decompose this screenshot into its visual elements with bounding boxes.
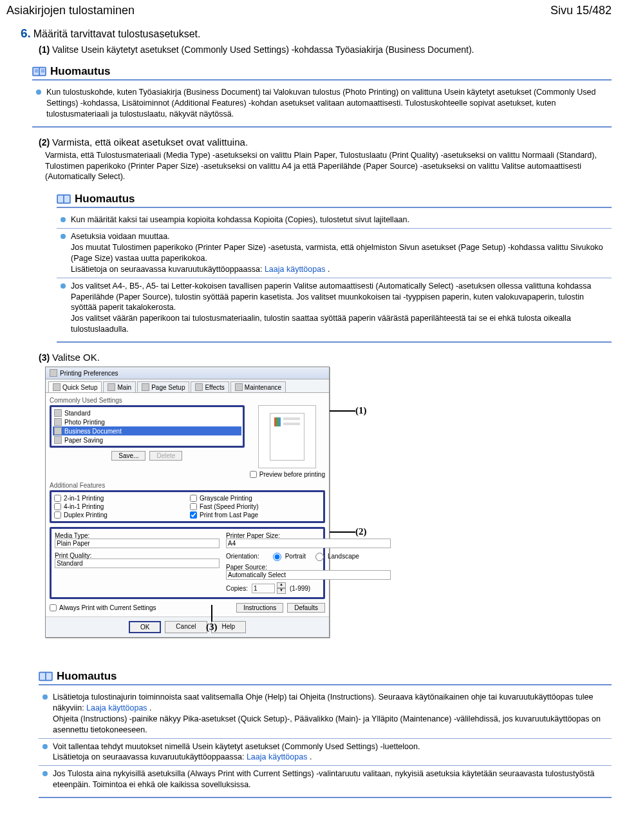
sub2-para: Varmista, että Tulostusmateriaali (Media… (45, 150, 612, 183)
note-box-2: Huomautus Kun määrität kaksi tai useampi… (57, 193, 612, 343)
star-icon (53, 383, 61, 391)
quality-select[interactable]: Standard (55, 558, 220, 568)
note3-item: Voit tallentaa tehdyt muutokset nimellä … (39, 738, 612, 766)
photo-icon (54, 418, 62, 426)
feature-checkbox[interactable]: Print from Last Page (190, 511, 321, 519)
note2-item: Asetuksia voidaan muuttaa.Jos muutat Tul… (57, 228, 612, 278)
tab-quick-setup[interactable]: Quick Setup (48, 381, 102, 392)
svg-rect-2 (40, 68, 45, 75)
note-box-1: Huomautus Kun tulostuskohde, kuten Työas… (32, 65, 612, 128)
maintenance-icon (235, 383, 243, 391)
step6-sub2: (2) Varmista, että oikeat asetukset ovat… (39, 137, 612, 148)
link-manual[interactable]: Laaja käyttöopas (86, 703, 147, 712)
step6-num: 6. (21, 26, 31, 41)
svg-rect-14 (46, 673, 52, 680)
feature-checkbox[interactable]: Fast (Speed Priority) (190, 503, 321, 510)
note3-item: Jos Tulosta aina nykyisillä asetuksilla … (39, 765, 612, 793)
feature-checkbox[interactable]: 2-in-1 Printing (54, 495, 185, 502)
saving-icon (54, 436, 62, 444)
feature-checkbox[interactable]: Grayscale Printing (190, 495, 321, 502)
book-icon (57, 193, 71, 205)
ok-button[interactable]: OK (129, 621, 161, 633)
dialog-title: Printing Preferences (60, 370, 118, 377)
page-icon (142, 383, 149, 391)
always-label: Always Print with Current Settings (59, 604, 156, 611)
step6-title: Määritä tarvittavat tulostusasetukset. (33, 28, 201, 39)
doc-title: Asiakirjojen tulostaminen (6, 4, 135, 17)
quality-label: Print Quality: (55, 552, 126, 559)
delete-button[interactable]: Delete (149, 451, 182, 461)
svg-rect-1 (33, 68, 39, 75)
main-icon (108, 383, 115, 391)
media-type-select[interactable]: Plain Paper (55, 539, 220, 548)
paper-size-select[interactable]: A4 (226, 539, 391, 548)
sub2-num: (2) (39, 137, 50, 148)
defaults-button[interactable]: Defaults (287, 603, 325, 613)
save-button[interactable]: Save... (111, 451, 145, 461)
source-select[interactable]: Automatically Select (226, 570, 391, 580)
features-label: Additional Features (50, 482, 325, 489)
features-box: 2-in-1 PrintingGrayscale Printing4-in-1 … (50, 490, 325, 523)
feature-checkbox[interactable]: 4-in-1 Printing (54, 503, 185, 510)
standard-icon (54, 409, 62, 417)
always-checkbox[interactable] (50, 604, 57, 611)
printing-preferences-dialog: Printing Preferences Quick Setup Main Pa… (45, 367, 330, 638)
media-box: Media Type: Plain Paper Print Quality: S… (50, 527, 325, 599)
note1-title: Huomautus (50, 65, 111, 78)
page-number: Sivu 15/482 (550, 4, 612, 17)
step6-sub1: (1) Valitse Usein käytetyt asetukset (Co… (39, 44, 612, 55)
copies-range: (1-999) (290, 585, 310, 592)
commonly-used-list[interactable]: Standard Photo Printing Business Documen… (50, 405, 245, 448)
callout-2: (2) (330, 526, 367, 537)
note2-title: Huomautus (75, 193, 135, 205)
note3-title: Huomautus (57, 670, 117, 683)
note1-item: Kun tulostuskohde, kuten Työasiakirja (B… (32, 84, 612, 122)
list-item-selected: Business Document (53, 426, 241, 435)
preview-label: Preview before printing (259, 471, 325, 478)
step-6: 6. Määritä tarvittavat tulostusasetukset… (21, 26, 612, 55)
link-manual[interactable]: Laaja käyttöopas (265, 265, 326, 274)
note3-item: Lisätietoja tulostinajurin toiminnoista … (39, 689, 612, 738)
callout-3: (3) (206, 605, 218, 633)
list-item: Photo Printing (53, 417, 241, 426)
source-label: Paper Source: (226, 564, 297, 571)
paper-size-label: Printer Paper Size: (226, 532, 297, 539)
spin-down[interactable]: ▼ (277, 588, 286, 594)
document-icon (54, 427, 62, 435)
note2-item: Kun määrität kaksi tai useampia kopioita… (57, 212, 612, 228)
sub3-title: Valitse OK. (52, 352, 100, 363)
list-item: Standard (53, 408, 241, 417)
book-icon (39, 671, 53, 682)
dialog-titlebar[interactable]: Printing Preferences (46, 367, 329, 379)
feature-checkbox[interactable]: Duplex Printing (54, 511, 185, 519)
tab-maintenance[interactable]: Maintenance (230, 381, 286, 392)
instructions-button[interactable]: Instructions (236, 603, 283, 613)
link-manual[interactable]: Laaja käyttöopas (247, 752, 308, 761)
preview-pane (258, 405, 316, 468)
tab-effects[interactable]: Effects (191, 381, 229, 392)
preview-checkbox[interactable] (250, 471, 257, 478)
orient-label: Orientation: (226, 553, 259, 560)
page-header: Asiakirjojen tulostaminen Sivu 15/482 (6, 4, 612, 17)
sub1-num: (1) (39, 44, 50, 55)
tab-page-setup[interactable]: Page Setup (137, 381, 189, 392)
cancel-button[interactable]: Cancel (165, 621, 207, 633)
note-box-3: Huomautus Lisätietoja tulostinajurin toi… (39, 670, 612, 798)
svg-rect-13 (40, 673, 45, 680)
list-item: Paper Saving (53, 435, 241, 444)
dialog-tabs: Quick Setup Main Page Setup Effects Main… (46, 379, 329, 393)
spin-up[interactable]: ▲ (277, 582, 286, 588)
copies-input[interactable]: 1 (252, 584, 275, 593)
callout-1: (1) (330, 405, 367, 416)
radio-portrait[interactable] (273, 553, 281, 561)
svg-rect-10 (58, 196, 63, 203)
sub3-num: (3) (39, 352, 50, 363)
tab-main[interactable]: Main (103, 381, 136, 392)
radio-landscape[interactable] (315, 553, 324, 561)
sub1-text: Valitse Usein käytetyt asetukset (Common… (52, 44, 474, 55)
commonly-label: Commonly Used Settings (50, 397, 325, 404)
sub2-title: Varmista, että oikeat asetukset ovat val… (52, 137, 248, 148)
printer-icon (50, 369, 57, 377)
svg-rect-11 (64, 196, 70, 203)
copies-label: Copies: (226, 585, 248, 592)
